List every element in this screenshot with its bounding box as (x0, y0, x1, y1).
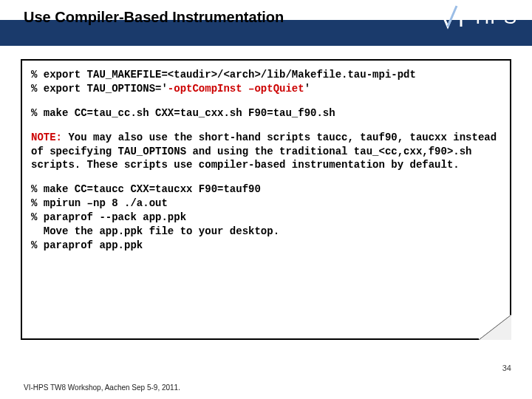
code-line: % export TAU_OPTIONS='-optCompInst –optQ… (31, 82, 501, 96)
note-text: NOTE: You may also use the short-hand sc… (31, 131, 501, 173)
page-curl-icon (479, 315, 511, 340)
code-line: % make CC=taucc CXX=taucxx F90=tauf90 (31, 183, 501, 197)
code-line: Move the app.ppk file to your desktop. (31, 225, 501, 239)
logo-dash: - (468, 6, 476, 29)
code-line: % paraprof --pack app.ppk (31, 211, 501, 225)
code-line: % make CC=tau_cc.sh CXX=tau_cxx.sh F90=t… (31, 106, 501, 120)
vi-hps-logo: - HPS (437, 4, 517, 30)
note-label: NOTE: (31, 132, 62, 143)
slide-title: Use Compiler-Based Instrumentation (24, 9, 284, 31)
code-line: % mpirun –np 8 ./a.out (31, 197, 501, 211)
footer-text: VI-HPS TW8 Workshop, Aachen Sep 5-9, 201… (24, 383, 180, 392)
logo-mark-icon (437, 4, 467, 30)
highlighted-option: -optCompInst –optQuiet (168, 83, 304, 95)
code-line: % export TAU_MAKEFILE=<taudir>/<arch>/li… (31, 68, 501, 82)
code-block: % export TAU_MAKEFILE=<taudir>/<arch>/li… (21, 59, 511, 340)
logo-suffix: HPS (476, 6, 517, 29)
page-number: 34 (502, 364, 511, 372)
code-line: % paraprof app.ppk (31, 239, 501, 253)
slide-header: Use Compiler-Based Instrumentation - HPS (0, 0, 532, 46)
